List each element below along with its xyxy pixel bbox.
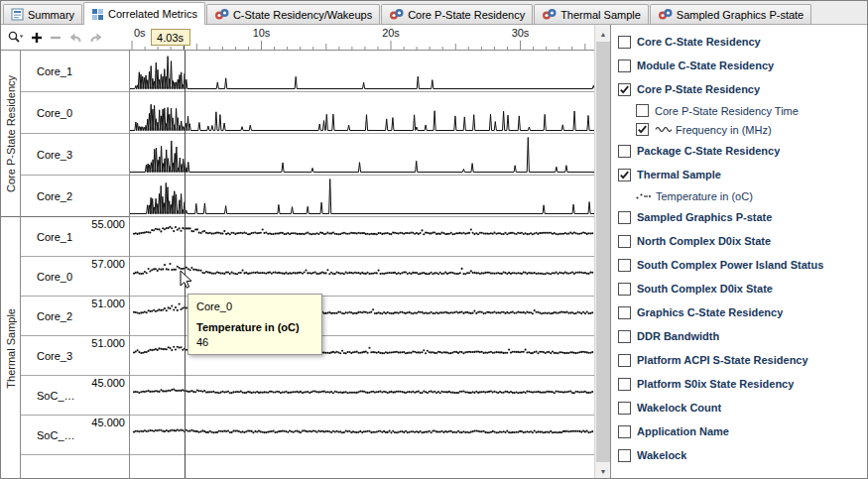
checkbox-core-c-state-residency[interactable]: [618, 36, 631, 49]
timeline-area: 0s10s20s30s 4.03s Core P-State Residency…: [1, 25, 610, 479]
tab-c-state-residency-wakeups[interactable]: C-State Residency/Wakeups: [206, 4, 380, 24]
metric-item-ddr-bandwidth[interactable]: DDR Bandwidth: [611, 324, 868, 348]
thermal-row-label-core-1-0[interactable]: 55.000Core_1: [21, 217, 129, 257]
metric-label: Package C-State Residency: [637, 145, 780, 157]
checkbox-wakelock[interactable]: [618, 449, 631, 462]
metric-item-platform-s0ix-state-residency[interactable]: Platform S0ix State Residency: [611, 372, 868, 396]
metric-item-frequency-in-mhz[interactable]: Frequency in (MHz): [611, 120, 868, 139]
pstate-row-label-core-2[interactable]: Core_2: [21, 176, 129, 217]
frequency-series-core-3: [130, 134, 594, 175]
tab-correlated-metrics[interactable]: Correlated Metrics: [83, 2, 205, 25]
metric-item-core-p-state-residency[interactable]: Core P-State Residency: [611, 77, 868, 101]
metric-item-module-c-state-residency[interactable]: Module C-State Residency: [611, 54, 868, 77]
pstate-row-label-core-1[interactable]: Core_1: [21, 51, 129, 92]
tooltip-metric-name: Temperature in (oC): [196, 321, 313, 333]
metric-label: South Complex D0ix State: [637, 283, 773, 295]
scroll-down-button[interactable]: ▼: [595, 463, 611, 479]
datapoint-tooltip: Core_0 Temperature in (oC) 46: [187, 294, 322, 355]
metric-item-wakelock[interactable]: Wakelock: [611, 443, 868, 467]
scrollbar-thumb[interactable]: [596, 42, 610, 462]
metric-item-application-name[interactable]: Application Name: [611, 419, 868, 443]
thermal-row-label-soc-4[interactable]: 45.000SoC_…: [21, 376, 129, 416]
metric-item-graphics-c-state-residency[interactable]: Graphics C-State Residency: [611, 300, 868, 324]
gears-icon: [389, 8, 404, 21]
zoom-in-button[interactable]: [31, 32, 43, 44]
thermal-chart-soc-5[interactable]: [130, 416, 594, 455]
metric-item-core-p-state-residency-time[interactable]: Core P-State Residency Time: [611, 101, 868, 120]
metric-label: Frequency in (MHz): [676, 124, 772, 136]
checkbox-wakelock-count[interactable]: [618, 402, 631, 415]
metric-label: Wakelock Count: [637, 402, 721, 414]
checkbox-application-name[interactable]: [618, 425, 631, 438]
tab-core-p-state-residency[interactable]: Core P-State Residency: [381, 4, 533, 24]
checkbox-graphics-c-state-residency[interactable]: [618, 306, 631, 319]
thermal-chart-core-0-1[interactable]: [130, 257, 594, 297]
zoom-select-button[interactable]: [7, 30, 24, 45]
tab-summary[interactable]: Summary: [3, 4, 82, 24]
thermal-chart-soc-4[interactable]: [130, 376, 594, 416]
checkbox-core-p-state-residency[interactable]: [618, 83, 631, 96]
scroll-up-button[interactable]: ▲: [595, 26, 611, 42]
timeline-cursor[interactable]: [185, 51, 186, 479]
vertical-scrollbar[interactable]: ▲ ▼: [594, 25, 610, 479]
metric-label: Sampled Graphics P-state: [637, 211, 772, 223]
thermal-scale-value: 45.000: [91, 377, 125, 389]
pstate-chart-core-1[interactable]: [130, 51, 594, 92]
checkbox-south-complex-d0ix-state[interactable]: [618, 283, 631, 296]
zoom-out-button[interactable]: [50, 32, 62, 44]
gears-icon: [214, 8, 229, 21]
metric-item-north-complex-d0ix-state[interactable]: North Complex D0ix State: [611, 229, 868, 253]
checkbox-south-complex-power-island-status[interactable]: [618, 259, 631, 272]
undo-zoom-button[interactable]: [68, 32, 82, 44]
metric-item-temperature-in-oc[interactable]: Temperature in (oC): [611, 186, 868, 205]
thermal-row-label-soc-5[interactable]: 45.000SoC_…: [21, 416, 129, 455]
metric-item-package-c-state-residency[interactable]: Package C-State Residency: [611, 139, 868, 163]
redo-zoom-button[interactable]: [89, 32, 103, 44]
pstate-chart-core-2[interactable]: [130, 176, 594, 217]
temperature-series-core-0-1: [130, 257, 594, 296]
checkbox-core-p-state-residency-time[interactable]: [636, 104, 649, 117]
metric-label: South Complex Power Island Status: [637, 259, 823, 271]
metric-item-platform-acpi-s-state-residency[interactable]: Platform ACPI S-State Residency: [611, 348, 868, 372]
ruler-ticks: 0s10s20s30s: [130, 25, 594, 50]
metric-item-south-complex-power-island-status[interactable]: South Complex Power Island Status: [611, 253, 868, 277]
pstate-row-label-core-3[interactable]: Core_3: [21, 134, 129, 176]
checkbox-package-c-state-residency[interactable]: [618, 145, 631, 158]
metric-label: Core C-State Residency: [637, 36, 761, 48]
metric-label: North Complex D0ix State: [637, 235, 771, 247]
temperature-series-core-1-0: [130, 217, 594, 256]
svg-text:0s: 0s: [134, 27, 146, 39]
metric-item-thermal-sample[interactable]: Thermal Sample: [611, 163, 868, 186]
metric-item-sampled-graphics-p-state[interactable]: Sampled Graphics P-state: [611, 205, 868, 229]
tab-label: C-State Residency/Wakeups: [233, 9, 372, 21]
thermal-chart-core-1-0[interactable]: [130, 217, 594, 257]
tab-label: Sampled Graphics P-state: [677, 9, 804, 21]
checkbox-platform-acpi-s-state-residency[interactable]: [618, 354, 631, 367]
thermal-row-label-core-2-2[interactable]: 51.000Core_2: [21, 297, 129, 336]
checkbox-module-c-state-residency[interactable]: [618, 60, 631, 72]
temperature-series-soc-5: [130, 416, 594, 454]
frequency-series-core-2: [130, 176, 594, 216]
checkbox-sampled-graphics-p-state[interactable]: [618, 211, 631, 224]
charts-column: Core_0 Temperature in (oC) 46: [130, 51, 594, 479]
metric-label: Core P-State Residency: [637, 83, 760, 95]
thermal-row-label-core-3-3[interactable]: 51.000Core_3: [21, 336, 129, 376]
pstate-chart-core-0[interactable]: [130, 92, 594, 134]
metric-item-core-c-state-residency[interactable]: Core C-State Residency: [611, 30, 868, 54]
pstate-chart-core-3[interactable]: [130, 134, 594, 176]
thermal-scale-value: 51.000: [91, 337, 125, 349]
checkbox-platform-s0ix-state-residency[interactable]: [618, 378, 631, 391]
checkbox-frequency-in-mhz[interactable]: [636, 123, 649, 136]
checkbox-thermal-sample[interactable]: [618, 169, 631, 181]
tab-thermal-sample[interactable]: Thermal Sample: [534, 4, 649, 24]
time-ruler[interactable]: 0s10s20s30s 4.03s: [130, 25, 594, 51]
metric-label: Wakelock: [637, 449, 686, 461]
pstate-row-label-core-0[interactable]: Core_0: [21, 92, 129, 134]
cursor-time-label: 4.03s: [151, 29, 190, 46]
metric-item-south-complex-d0ix-state[interactable]: South Complex D0ix State: [611, 277, 868, 300]
checkbox-ddr-bandwidth[interactable]: [618, 330, 631, 343]
thermal-row-label-core-0-1[interactable]: 57.000Core_0: [21, 257, 129, 297]
checkbox-north-complex-d0ix-state[interactable]: [618, 235, 631, 248]
tab-sampled-graphics-p-state[interactable]: Sampled Graphics P-state: [650, 4, 811, 24]
metric-item-wakelock-count[interactable]: Wakelock Count: [611, 396, 868, 419]
